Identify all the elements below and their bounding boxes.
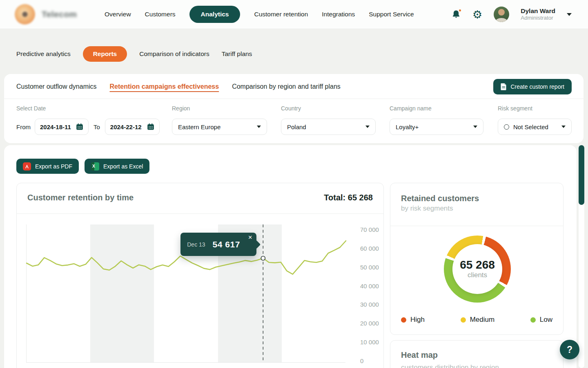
user-menu[interactable]: Dylan Ward Administrator	[521, 7, 555, 22]
user-menu-chevron-down-icon[interactable]	[567, 13, 572, 16]
export-as-excel-button[interactable]: XExport as Excel	[85, 159, 149, 174]
retained-subtitle: by risk segments	[401, 204, 453, 213]
chevron-down-icon	[561, 126, 566, 128]
subtab-comparison-by-region-and-tariff-plans[interactable]: Comparison by region and tariff plans	[232, 83, 341, 91]
date-filter: Select Date From 2024-18-11 To 2024-22-1…	[16, 105, 160, 135]
brand: Telecom	[15, 4, 92, 25]
highlight-marker[interactable]	[261, 256, 265, 260]
subtab-customer-outflow-dynamics[interactable]: Customer outflow dynamics	[16, 83, 97, 91]
retained-customers-card: Retained customers by risk segments 65 2…	[390, 183, 564, 335]
select-value-risk-segment: Not Selected	[513, 123, 561, 130]
nav-item-customer-retention[interactable]: Customer retention	[254, 11, 308, 18]
export-label: Export as PDF	[35, 163, 72, 170]
y-tick: 50 000	[360, 263, 379, 270]
chevron-down-icon	[257, 126, 261, 128]
divider	[390, 226, 563, 226]
tab-reports[interactable]: Reports	[83, 46, 127, 62]
select-value-campaign-name: Loyalty+	[396, 123, 473, 130]
legend-item-low: Low	[530, 316, 552, 324]
from-label: From	[16, 123, 31, 130]
select-campaign-name[interactable]: Loyalty+	[390, 119, 483, 135]
filter-region: RegionEastern Europe	[172, 105, 267, 135]
legend-label-high: High	[410, 316, 425, 324]
donut-center-value: 65 268	[460, 259, 495, 272]
scrollbar-thumb[interactable]	[579, 145, 584, 205]
chevron-down-icon	[365, 126, 370, 128]
filter-label-region: Region	[172, 105, 267, 112]
brand-name: Telecom	[42, 9, 77, 19]
legend-dot-low	[530, 317, 536, 323]
filter-campaign-name: Campaign nameLoyalty+	[390, 105, 483, 135]
nav-item-integrations[interactable]: Integrations	[322, 11, 355, 18]
subtab-retention-campaigns-effectiveness[interactable]: Retention campaigns effectiveness	[110, 83, 219, 91]
date-to-input[interactable]: 2024-22-12	[105, 119, 160, 135]
tab-predictive-analytics[interactable]: Predictive analytics	[16, 50, 71, 58]
export-as-pdf-button[interactable]: Export as PDF	[16, 159, 79, 174]
document-icon	[501, 83, 507, 90]
avatar[interactable]	[494, 7, 509, 22]
brand-logo-icon	[15, 4, 35, 25]
divider	[4, 99, 584, 99]
filter-label-country: Country	[281, 105, 376, 112]
y-tick: 70 000	[360, 226, 379, 233]
retention-chart-card: Customer retention by time Total: 65 268…	[16, 183, 384, 368]
select-value-country: Poland	[287, 123, 365, 130]
user-role: Administrator	[521, 15, 555, 22]
y-axis-ticks: 70 00060 00050 00040 00030 00020 00010 0…	[360, 224, 393, 363]
circle-outline-icon	[504, 124, 509, 130]
tooltip-close-icon[interactable]: ✕	[248, 235, 252, 240]
analytics-tabs: Predictive analyticsReportsComparison of…	[16, 46, 252, 62]
retained-title: Retained customers	[401, 194, 479, 203]
tab-comparison-of-indicators[interactable]: Comparison of indicators	[139, 50, 209, 58]
heat-map-card: Heat map customers distribution by regio…	[390, 340, 564, 368]
heat-map-title: Heat map	[401, 350, 438, 360]
tab-tariff-plans[interactable]: Tariff plans	[222, 50, 252, 58]
top-bar: Telecom OverviewCustomersAnalyticsCustom…	[0, 0, 588, 29]
heat-map-subtitle: customers distribution by region	[401, 364, 499, 368]
select-risk-segment[interactable]: Not Selected	[498, 119, 572, 135]
nav-item-support-service[interactable]: Support Service	[369, 11, 414, 18]
settings-gear-icon[interactable]: ⚙	[472, 9, 482, 20]
select-country[interactable]: Poland	[281, 119, 376, 135]
nav-item-analytics[interactable]: Analytics	[189, 6, 241, 23]
legend-dot-high	[401, 317, 406, 323]
calendar-icon	[147, 123, 154, 130]
to-label: To	[94, 123, 100, 130]
notification-dot	[458, 9, 462, 12]
y-tick: 0	[360, 357, 363, 364]
legend-label-medium: Medium	[470, 316, 494, 324]
export-buttons: Export as PDFXExport as Excel	[16, 159, 149, 174]
nav-item-overview[interactable]: Overview	[105, 11, 131, 18]
y-tick: 60 000	[360, 245, 379, 251]
risk-legend: HighMediumLow	[401, 316, 552, 324]
date-from-input[interactable]: 2024-18-11	[35, 119, 89, 135]
line-chart-plot: Dec 13 54 617 ✕	[26, 224, 345, 363]
y-tick: 20 000	[360, 320, 379, 327]
filter-label-campaign-name: Campaign name	[390, 105, 483, 112]
report-subtabs: Customer outflow dynamicsRetention campa…	[16, 83, 341, 91]
tooltip-value: 54 617	[213, 240, 240, 249]
legend-dot-medium	[461, 317, 466, 323]
legend-item-medium: Medium	[461, 316, 494, 324]
y-tick: 40 000	[360, 282, 379, 289]
tooltip-date: Dec 13	[187, 241, 205, 248]
date-filter-label: Select Date	[16, 105, 160, 112]
nav-item-customers[interactable]: Customers	[145, 11, 176, 18]
help-button[interactable]: ?	[560, 340, 579, 359]
user-name: Dylan Ward	[521, 7, 555, 15]
risk-donut-chart: 65 268 clients	[444, 236, 511, 303]
chart-title: Customer retention by time	[27, 193, 134, 202]
y-tick: 10 000	[360, 339, 379, 346]
scrollbar-track[interactable]	[579, 145, 584, 368]
notifications-button[interactable]	[451, 9, 461, 19]
export-label: Export as Excel	[103, 163, 143, 170]
pdf-icon	[23, 162, 31, 171]
divider	[17, 213, 383, 214]
select-value-region: Eastern Europe	[178, 123, 257, 130]
create-custom-report-button[interactable]: Create custom report	[493, 79, 572, 94]
donut-center-label: clients	[468, 271, 487, 279]
report-content-panel: Export as PDFXExport as Excel Customer r…	[4, 145, 577, 368]
select-region[interactable]: Eastern Europe	[172, 119, 267, 135]
filters-row: Select Date From 2024-18-11 To 2024-22-1…	[4, 105, 584, 138]
y-tick: 30 000	[360, 301, 379, 308]
